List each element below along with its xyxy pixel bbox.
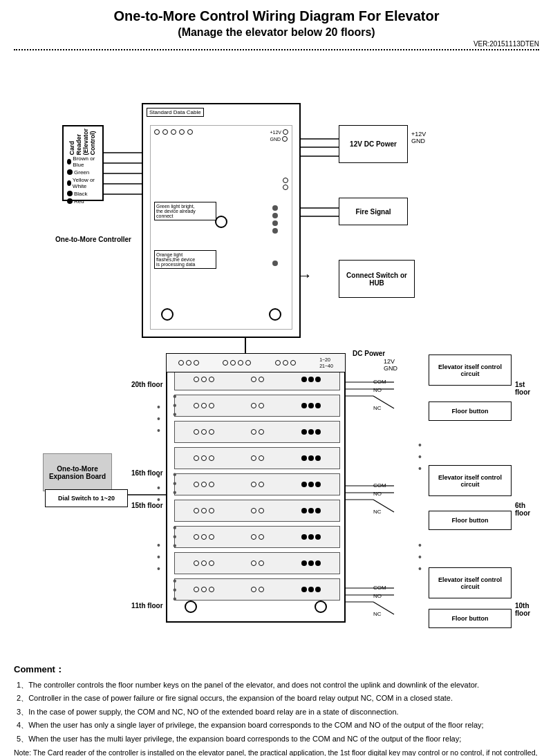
nc-1: NC (373, 405, 382, 411)
connect-switch-box: Connect Switch or HUB (339, 260, 415, 298)
exp-row-9 (174, 578, 340, 601)
exp-row-5 (174, 473, 340, 495)
wire-yellow: Yellow or White (73, 177, 100, 189)
dc-power-box: 12V DC Power (339, 125, 408, 163)
card-reader-label: Card Reader (Elevator Control) (68, 129, 96, 155)
floor-6-label: 6th floor (515, 502, 539, 517)
wire-green: Green (74, 169, 89, 176)
wire-black: Black (74, 191, 88, 197)
floor-1-label: 1st floor (515, 381, 539, 396)
expansion-board-label: One-to-More Expansion Board (43, 453, 112, 491)
expansion-board: ••• ••• ••• ••• (166, 353, 346, 623)
dc-power2-label: DC Power (353, 350, 385, 357)
comment-section: Comment： 1、The controller controls the f… (14, 663, 539, 756)
comment-item-5: 5、When the user has the multi layer priv… (14, 733, 539, 745)
green-light-note: Green light bright,the device alreadycon… (154, 202, 216, 220)
com-no-nc-1: COM NO (373, 378, 386, 395)
elevator-control2-box: Elevator itself control circuit (429, 465, 512, 496)
comment-title: Comment： (14, 663, 539, 677)
comment-item-1: 1、The controller controls the floor numb… (14, 679, 539, 691)
exp-row-2 (174, 395, 340, 417)
controller-label: One-to-More Controller (55, 236, 131, 243)
dc-power2-lines: 12V GND (384, 358, 397, 372)
nc-3: NC (373, 611, 382, 617)
page-title: One-to-More Control Wiring Diagram For E… (14, 7, 539, 25)
fire-signal-box: Fire Signal (339, 198, 408, 225)
floor-20-label: 20th floor (131, 381, 163, 388)
diagram-area: Card Reader (Elevator Control) Brown or … (14, 56, 539, 657)
standard-data-label: Standard Data Cable (147, 108, 204, 117)
exp-row-4 (174, 447, 340, 469)
arrow-right-icon: → (297, 267, 312, 285)
comment-item-4: 4、When the user has only a single layer … (14, 719, 539, 731)
connector-board-top: 1~20 21~40 (166, 353, 346, 372)
orange-light-note: Orange lightflashes,the deviceis process… (154, 250, 216, 269)
comment-item-2: 2、Controller in the case of power failur… (14, 692, 539, 704)
page-subtitle: (Manage the elevator below 20 floors) (14, 26, 539, 39)
com-no-nc-3: COM NO (373, 584, 386, 601)
version-label: VER:20151113DTEN (14, 40, 539, 48)
nc-2: NC (373, 509, 382, 515)
elevator-control1-box: Elevator itself control circuit (429, 355, 512, 386)
wire-brown: Brown or Blue (73, 155, 100, 168)
elevator-control3-box: Elevator itself control circuit (429, 567, 512, 598)
note-text: Note: The Card reader of the controller … (14, 748, 539, 756)
controller-board: Standard Data Cable +12V GND (142, 103, 301, 338)
exp-row-7 (174, 526, 340, 548)
divider (14, 49, 539, 50)
exp-row-3 (174, 421, 340, 443)
floor-11-label: 11th floor (131, 602, 163, 609)
com-no-nc-2: COM NO (373, 482, 386, 498)
exp-row-8 (174, 552, 340, 574)
floor-button2-box: Floor button (429, 511, 512, 530)
floor-button3-box: Floor button (429, 609, 512, 628)
floor-button1-box: Floor button (429, 401, 512, 421)
dial-switch-box: Dial Switch to 1~20 (45, 489, 128, 507)
card-reader-box: Card Reader (Elevator Control) Brown or … (62, 125, 104, 201)
wire-red: Red (74, 198, 84, 205)
comment-item-3: 3、In the case of power supply, the COM a… (14, 706, 539, 718)
dc-power-lines: +12V GND (411, 131, 426, 144)
exp-row-6 (174, 500, 340, 522)
floor-10-label: 10th floor (515, 602, 539, 617)
